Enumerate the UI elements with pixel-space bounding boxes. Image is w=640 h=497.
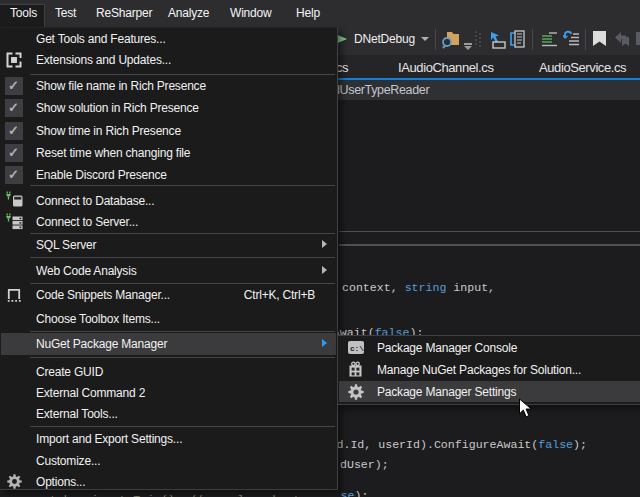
svg-text:c:\: c:\ [350,344,364,353]
